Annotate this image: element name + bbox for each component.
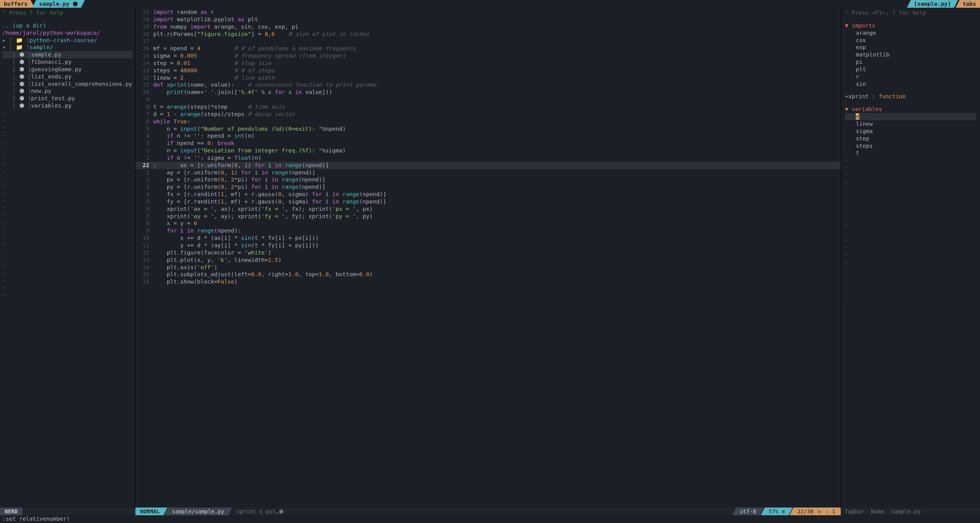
- code-content: if npend == 0: break: [153, 140, 234, 147]
- buffers-tab[interactable]: buffers: [0, 0, 34, 8]
- tagbar-item[interactable]: cos: [845, 37, 976, 44]
- code-line[interactable]: 11def xprint(name, value): # convenience…: [135, 81, 841, 89]
- line-number: 4: [135, 132, 153, 140]
- code-line[interactable]: 9: [135, 96, 841, 103]
- tagbar-item[interactable]: step: [845, 135, 976, 142]
- tree-file[interactable]: [ ⬢ ]sample.py: [2, 51, 133, 58]
- line-number: 1: [135, 169, 153, 176]
- code-line[interactable]: 14step = 0.01 # step size: [135, 60, 841, 67]
- code-line[interactable]: 21import random as r: [135, 9, 841, 16]
- empty-line-marker: ~: [2, 146, 133, 153]
- empty-line-marker: ~: [2, 117, 133, 124]
- tagbar-item[interactable]: matplotlib: [845, 51, 976, 58]
- code-line[interactable]: 10 x += d * (ax[i] * sin(t * fx[i] + px[…: [135, 234, 841, 242]
- tagbar-item[interactable]: arange: [845, 29, 976, 37]
- tree-file[interactable]: [ ⬢ ]list_ends.py: [2, 73, 133, 80]
- code-line[interactable]: 20import matplotlib.pyplot as plt: [135, 16, 841, 23]
- tagbar-section-header[interactable]: ▼ imports: [845, 22, 976, 29]
- code-line[interactable]: 16mf = npend = 4 # # of pendulums & maxi…: [135, 45, 841, 52]
- right-buffer-chip[interactable]: [sample.py]: [907, 0, 958, 8]
- tagbar-function[interactable]: +xprint : function: [845, 93, 976, 100]
- code-line[interactable]: 8t = arange(steps)*step # time axis: [135, 103, 841, 111]
- empty-line-marker: ~: [845, 273, 976, 281]
- tagbar-item[interactable]: steps: [845, 142, 976, 150]
- code-line[interactable]: 13steps = 40000 # # of steps: [135, 67, 841, 74]
- code-content: fx = [r.randint(1, mf) + r.gauss(0, sigm…: [153, 191, 386, 198]
- line-number: 5: [135, 198, 153, 205]
- code-line[interactable]: 22▯ ax = [r.uniform(0, 1) for i in range…: [135, 162, 841, 169]
- nerdtree-root[interactable]: /home/jarol/python-workspace/: [2, 29, 133, 37]
- tree-dir[interactable]: ▸ [ 📁 ]python-crash-course/: [2, 37, 133, 44]
- code-line[interactable]: 4 fx = [r.randint(1, mf) + r.gauss(0, si…: [135, 191, 841, 198]
- code-area[interactable]: 21import random as r20import matplotlib.…: [135, 8, 841, 508]
- tagbar-item[interactable]: exp: [845, 44, 976, 51]
- tagbar-section-header[interactable]: ▼ variables: [845, 106, 976, 113]
- tagbar-item[interactable]: r: [845, 73, 976, 80]
- code-line[interactable]: 5 fy = [r.randint(1, mf) + r.gauss(0, si…: [135, 198, 841, 205]
- tree-file[interactable]: [ ⬢ ]list_overall_comprehensions.py: [2, 80, 133, 88]
- status-left-label: NERD: [0, 508, 22, 515]
- code-content: plt.plot(x, y, 'k', linewidth=1.5): [153, 256, 282, 264]
- code-line[interactable]: 5 n = input("Number of pendulums (%d)(0=…: [135, 125, 841, 133]
- tagbar-item[interactable]: pi: [845, 58, 976, 66]
- code-line[interactable]: 15 plt.subplots_adjust(left=0.0, right=1…: [135, 271, 841, 278]
- code-line[interactable]: 16 plt.show(block=False): [135, 278, 841, 285]
- command-line[interactable]: :set relativenumber!: [0, 515, 980, 523]
- code-content: px = [r.uniform(0, 2*pi) for i in range(…: [153, 176, 325, 183]
- code-line[interactable]: 3 if npend == 0: break: [135, 140, 841, 147]
- code-line[interactable]: 7 xprint('ay = ', ay); xprint('fy = ', f…: [135, 213, 841, 220]
- tree-file[interactable]: [ ⬢ ]print_test.py: [2, 95, 133, 102]
- tagbar-item[interactable]: sin: [845, 80, 976, 88]
- nerdtree-pane[interactable]: " Press ? for help .. (up a dir) /home/j…: [0, 8, 135, 508]
- editor-pane[interactable]: 21import random as r20import matplotlib.…: [135, 8, 841, 508]
- tagbar-item[interactable]: sigma: [845, 128, 976, 135]
- code-line[interactable]: 11 y += d * (ay[i] * sin(t * fy[i] + py[…: [135, 242, 841, 249]
- code-line[interactable]: 8 x = y = 0: [135, 220, 841, 227]
- tree-file[interactable]: [ ⬢ ]guessingGame.py: [2, 66, 133, 73]
- code-line[interactable]: 6while True:: [135, 118, 841, 125]
- tree-dir[interactable]: ▾ [ 📁 ]sample/: [2, 44, 133, 51]
- code-line[interactable]: 4 if n != '': npend = int(n): [135, 132, 841, 140]
- code-line[interactable]: 1 ay = [r.uniform(0, 1) for i in range(n…: [135, 169, 841, 176]
- empty-line-marker: ~: [2, 109, 133, 117]
- active-buffer-tab[interactable]: sample.py ⬢: [32, 0, 85, 8]
- code-line[interactable]: 2 n = input("Deviation from integer freq…: [135, 147, 841, 154]
- code-line[interactable]: 12 plt.figure(facecolor = 'white'): [135, 249, 841, 256]
- line-number: 16: [135, 278, 153, 285]
- tree-file[interactable]: [ ⬢ ]variables.py: [2, 102, 133, 109]
- line-number: 13: [135, 256, 153, 264]
- tagbar-item[interactable]: d: [845, 113, 976, 120]
- code-line[interactable]: 7d = 1 - arange(steps)/steps # decay vec…: [135, 111, 841, 118]
- code-line[interactable]: 14 plt.axis('off'): [135, 264, 841, 271]
- status-position: 22/38 ㏑ : 1: [790, 508, 841, 515]
- tagbar-item[interactable]: linew: [845, 120, 976, 128]
- nerdtree-updir[interactable]: .. (up a dir): [2, 22, 133, 29]
- tagbar-pane[interactable]: " Press <F1>, ? for help ▼ importsarange…: [841, 8, 980, 508]
- code-content: n = input("Deviation from integer freq.(…: [153, 147, 346, 154]
- code-line[interactable]: 12linew = 2 # line width: [135, 74, 841, 82]
- code-line[interactable]: 1 if n != '': sigma = float(n): [135, 154, 841, 162]
- code-line[interactable]: 17: [135, 38, 841, 45]
- empty-line-marker: ~: [2, 168, 133, 175]
- line-number: 13: [135, 67, 153, 74]
- tree-file[interactable]: [ ⬢ ]fibonacci.py: [2, 58, 133, 66]
- empty-line-marker: ~: [845, 179, 976, 186]
- code-line[interactable]: 15sigma = 0.005 # frequency spread (from…: [135, 52, 841, 60]
- line-number: 21: [135, 9, 153, 16]
- empty-line-marker: ~: [2, 182, 133, 190]
- tabs-label[interactable]: tabs: [956, 0, 980, 8]
- tree-file[interactable]: [ ⬢ ]new.py: [2, 87, 133, 95]
- code-line[interactable]: 18plt.rcParams["figure.figsize"] = 8,6 #…: [135, 31, 841, 38]
- tagbar-item[interactable]: t: [845, 149, 976, 157]
- code-line[interactable]: 10 print(name+' '.join(['%.4f' % x for x…: [135, 89, 841, 96]
- tagbar-item[interactable]: plt: [845, 66, 976, 73]
- code-line[interactable]: 19from numpy import arange, sin, cos, ex…: [135, 23, 841, 31]
- code-line[interactable]: 3 py = [r.uniform(0, 2*pi) for i in rang…: [135, 183, 841, 191]
- code-content: steps = 40000 # # of steps: [153, 67, 275, 74]
- code-line[interactable]: 6 xprint('ax = ', ax); xprint('fx = ', f…: [135, 205, 841, 213]
- code-content: import matplotlib.pyplot as plt: [153, 16, 258, 23]
- code-line[interactable]: 2 px = [r.uniform(0, 2*pi) for i in rang…: [135, 176, 841, 183]
- code-line[interactable]: 13 plt.plot(x, y, 'k', linewidth=1.5): [135, 256, 841, 264]
- code-line[interactable]: 9 for i in range(npend):: [135, 227, 841, 234]
- empty-line-marker: ~: [2, 132, 133, 139]
